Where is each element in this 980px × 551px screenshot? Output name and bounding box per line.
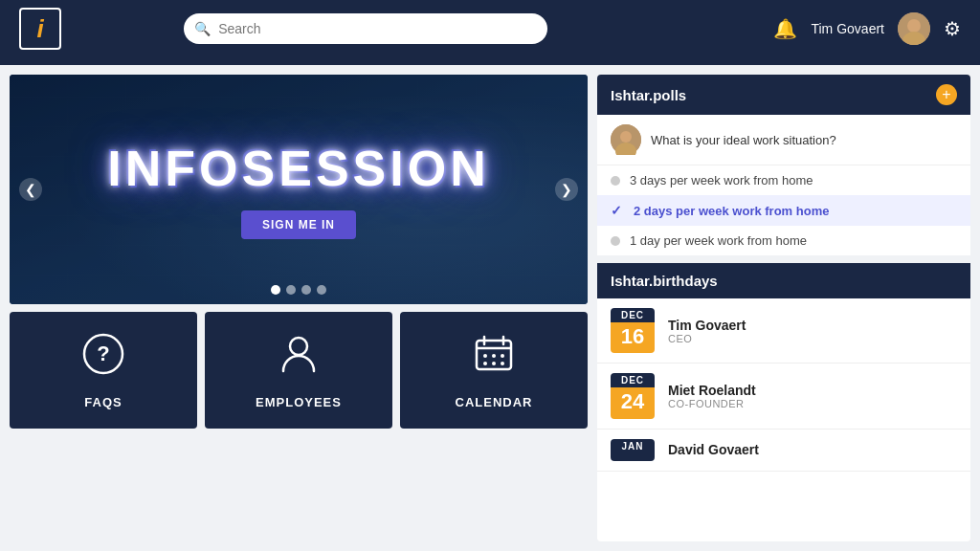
polls-title: Ishtar.polls [611, 87, 686, 103]
birthday-role-2: CO-FOUNDER [668, 398, 756, 409]
birthday-item-2[interactable]: DEC 24 Miet Roelandt CO-FOUNDER [597, 364, 970, 429]
polls-header: Ishtar.polls + [597, 75, 970, 115]
svg-point-14 [492, 362, 496, 365]
polls-add-button[interactable]: + [936, 84, 957, 105]
svg-text:?: ? [97, 342, 109, 365]
gear-icon[interactable]: ⚙ [944, 17, 961, 40]
dot-4[interactable] [317, 285, 326, 295]
employees-label: EMPLOYEES [256, 395, 342, 409]
employees-icon [276, 331, 322, 386]
poll-question: What is your ideal work situation? [651, 133, 836, 147]
cal-day-1: 16 [611, 322, 655, 353]
carousel-content: INFOSESSION SIGN ME IN [107, 140, 489, 239]
poll-option-1-text: 3 days per week work from home [630, 173, 813, 187]
dot-3[interactable] [301, 285, 311, 295]
birthdays-header: Ishtar.birthdays [597, 263, 970, 298]
svg-point-12 [501, 354, 504, 358]
dark-bar [0, 57, 980, 65]
calendar-icon [471, 331, 517, 386]
birthday-role-1: CEO [668, 333, 746, 344]
cal-badge-3: JAN [611, 439, 655, 461]
left-section: ❮ ❯ INFOSESSION SIGN ME IN ? [10, 75, 588, 541]
header: i 🔍 🔔 Tim Govaert ⚙ [0, 0, 980, 57]
poll-radio-1 [611, 176, 620, 186]
faqs-icon: ? [80, 331, 126, 386]
logo-letter: i [36, 14, 43, 44]
carousel-prev-button[interactable]: ❮ [19, 178, 42, 201]
dot-1[interactable] [271, 285, 280, 295]
sign-me-in-button[interactable]: SIGN ME IN [241, 210, 356, 239]
birthday-info-3: David Govaert [668, 442, 759, 457]
svg-point-5 [290, 338, 307, 355]
poll-option-3[interactable]: 1 day per week work from home [597, 226, 970, 255]
search-input[interactable] [184, 13, 547, 44]
svg-point-1 [907, 19, 921, 33]
birthday-name-1: Tim Govaert [668, 318, 746, 333]
birthday-info-1: Tim Govaert CEO [668, 318, 746, 344]
birthday-name-2: Miet Roelandt [668, 383, 756, 398]
header-right: 🔔 Tim Govaert ⚙ [773, 12, 961, 45]
carousel: ❮ ❯ INFOSESSION SIGN ME IN [10, 75, 588, 304]
main-content: ❮ ❯ INFOSESSION SIGN ME IN ? [0, 65, 980, 551]
employees-card[interactable]: EMPLOYEES [205, 312, 392, 429]
carousel-dots [271, 285, 326, 295]
poll-avatar [611, 124, 641, 155]
search-icon: 🔍 [194, 21, 211, 36]
faqs-label: FAQs [84, 395, 122, 409]
poll-option-1[interactable]: 3 days per week work from home [597, 165, 970, 195]
search-bar: 🔍 [184, 13, 547, 44]
dot-2[interactable] [286, 285, 296, 295]
svg-point-15 [501, 362, 504, 365]
faqs-card[interactable]: ? FAQs [10, 312, 197, 429]
birthdays-section: Ishtar.birthdays DEC 16 Tim Govaert CEO … [597, 263, 970, 541]
poll-option-2-text: 2 days per week work from home [634, 204, 829, 218]
bottom-cards: ? FAQs EMPLOYEES [10, 312, 588, 429]
carousel-next-button[interactable]: ❯ [555, 178, 578, 201]
svg-point-10 [483, 354, 487, 358]
user-name-label: Tim Govaert [811, 21, 884, 36]
calendar-label: CALENDAR [456, 395, 533, 409]
poll-option-2[interactable]: ✓ 2 days per week work from home [597, 195, 970, 226]
cal-month-1: DEC [611, 308, 655, 322]
birthdays-title: Ishtar.birthdays [611, 273, 718, 289]
poll-option-3-text: 1 day per week work from home [630, 233, 807, 248]
logo[interactable]: i [19, 8, 61, 50]
cal-month-3: JAN [611, 439, 655, 453]
birthday-name-3: David Govaert [668, 442, 759, 457]
cal-month-2: DEC [611, 373, 655, 387]
cal-badge-1: DEC 16 [611, 308, 655, 353]
polls-section: Ishtar.polls + What is your ideal work s… [597, 75, 970, 255]
calendar-card[interactable]: CALENDAR [400, 312, 588, 429]
avatar[interactable] [898, 12, 930, 45]
poll-radio-3 [611, 236, 620, 246]
poll-check-2: ✓ [611, 203, 624, 218]
svg-point-17 [620, 131, 632, 143]
birthday-item-1[interactable]: DEC 16 Tim Govaert CEO [597, 298, 970, 364]
poll-question-row: What is your ideal work situation? [597, 115, 970, 165]
svg-point-13 [483, 362, 487, 365]
birthday-item-3[interactable]: JAN David Govaert [597, 430, 970, 472]
cal-badge-2: DEC 24 [611, 373, 655, 418]
birthday-info-2: Miet Roelandt CO-FOUNDER [668, 383, 756, 409]
carousel-title: INFOSESSION [107, 140, 489, 197]
cal-day-2: 24 [611, 387, 655, 418]
bell-icon[interactable]: 🔔 [773, 17, 797, 40]
svg-point-11 [492, 354, 496, 358]
right-section: Ishtar.polls + What is your ideal work s… [597, 75, 970, 541]
cal-day-3 [611, 453, 655, 461]
